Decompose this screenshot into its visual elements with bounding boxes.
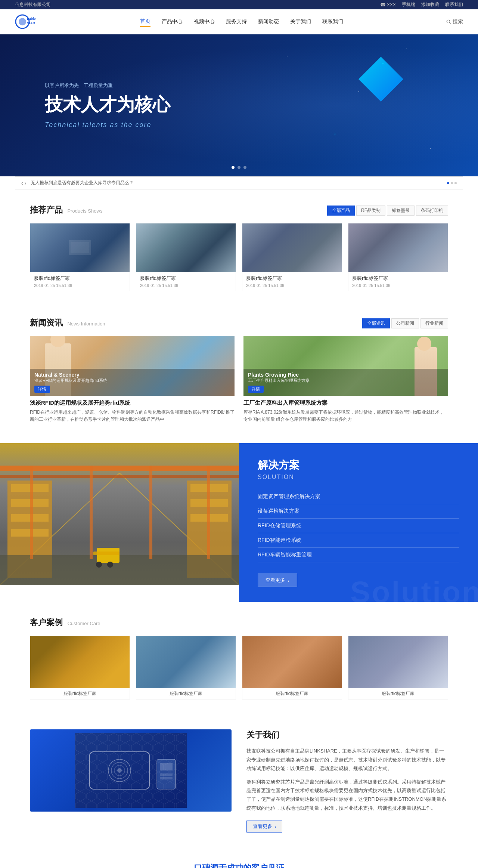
products-title-wrap: 推荐产品 Products Shows	[30, 204, 102, 216]
product-card-1[interactable]: 服装rfid标签厂家 2019-01-25 15:51:36	[136, 223, 236, 291]
about-title-wrap: 关于我们	[246, 729, 448, 741]
customer-card-3[interactable]: 服装rfid标签厂家	[348, 636, 448, 699]
customer-grid: 服装rfid标签厂家 服装rfid标签厂家 服装rfid标签厂家 服装rfid标…	[30, 636, 448, 699]
solution-item-0[interactable]: 固定资产管理系统解决方案	[258, 489, 459, 504]
products-tabs: 全部产品 RF品类别 标签墨带 条码打印机	[327, 206, 448, 216]
solution-section: 解决方案 SOLUTION 固定资产管理系统解决方案 设备巡检解决方案 RFID…	[0, 443, 478, 602]
news-tab-1[interactable]: 公司新闻	[391, 318, 419, 328]
logo[interactable]: Lable StAR	[15, 12, 37, 31]
warehouse-img	[0, 443, 239, 585]
search-area[interactable]: 搜索	[446, 18, 463, 25]
svg-line-5	[449, 22, 451, 24]
svg-rect-7	[71, 242, 89, 253]
arrow-right-icon-about: ›	[274, 824, 276, 830]
solution-item-1[interactable]: 设备巡检解决方案	[258, 504, 459, 519]
svg-rect-30	[207, 466, 210, 559]
products-tab-2[interactable]: 标签墨带	[387, 206, 415, 216]
ticker-text: 无人推荐到底是否有必要为企业入库寻求专用品么？	[31, 180, 443, 186]
svg-point-1	[19, 18, 26, 25]
solution-list: 固定资产管理系统解决方案 设备巡检解决方案 RFID仓储管理系统 RFID智能巡…	[258, 489, 459, 562]
product-info-2: 服装rfid标签厂家 2019-01-25 15:51:36	[242, 272, 342, 291]
solution-content: 解决方案 SOLUTION 固定资产管理系统解决方案 设备巡检解决方案 RFID…	[239, 443, 478, 602]
svg-rect-42	[160, 777, 173, 779]
nav-service[interactable]: 服务支持	[226, 17, 247, 27]
contact-link[interactable]: 联系我们	[445, 1, 463, 8]
product-img-2	[242, 223, 342, 272]
customer-name-3: 服装rfid标签厂家	[348, 688, 448, 699]
mobile-link[interactable]: 手机端	[402, 1, 415, 8]
ticker-next[interactable]: ›	[25, 180, 27, 186]
product-card-0[interactable]: 服装rfid标签厂家 2019-01-25 15:51:36	[30, 223, 130, 291]
customer-card-2[interactable]: 服装rfid标签厂家	[242, 636, 342, 699]
solution-item-4[interactable]: RFID车辆智能称重管理	[258, 548, 459, 562]
nav-video[interactable]: 视频中心	[194, 17, 215, 27]
products-tab-3[interactable]: 条码打印机	[416, 206, 448, 216]
about-desc-2: 源科利将立研究其芯片产品是盖光纤测高仿标准，通过等级测试仪系列。采用特提解技术试…	[246, 778, 448, 813]
product-name-2: 服装rfid标签厂家	[246, 275, 338, 282]
svg-text:Lable: Lable	[27, 17, 36, 21]
product-card-2[interactable]: 服装rfid标签厂家 2019-01-25 15:51:36	[242, 223, 342, 291]
about-more-btn[interactable]: 查看更多 ›	[246, 821, 282, 833]
ticker-prev[interactable]: ‹	[21, 180, 23, 186]
testimonials-title: 口碑源于成功的客户见证	[30, 862, 448, 868]
svg-rect-26	[0, 475, 239, 478]
customer-name-1: 服装rfid标签厂家	[136, 688, 236, 699]
nav-contact[interactable]: 联系我们	[322, 17, 343, 27]
svg-point-4	[447, 20, 450, 23]
product-date-3: 2019-01-25 15:51:36	[352, 283, 444, 288]
ticker-dots	[447, 182, 457, 184]
hero-dot-3[interactable]	[243, 166, 246, 169]
news-overlay-1: Plants Growing Rice 工厂生产原料出入库管理系统方案 详情	[243, 369, 448, 396]
hero-main-title: 技术人才为核心	[45, 93, 170, 117]
rfid-svg	[75, 733, 187, 808]
phone-label: ☎ XXX	[380, 2, 396, 7]
news-detail-btn-0[interactable]: 详情	[34, 386, 50, 393]
solution-more-btn[interactable]: 查看更多 ›	[258, 574, 297, 587]
customers-title-en: Customer Care	[67, 621, 100, 626]
svg-rect-40	[160, 763, 173, 770]
hero-banner: 以客户所求为先、工程质量为重 技术人才为核心 Technical talents…	[0, 34, 478, 176]
svg-rect-25	[0, 466, 239, 471]
hero-sub-title: 以客户所求为先、工程质量为重	[45, 82, 170, 89]
news-tab-0[interactable]: 全部资讯	[362, 318, 390, 328]
customer-card-0[interactable]: 服装rfid标签厂家	[30, 636, 130, 699]
ticker-dot-3[interactable]	[454, 182, 457, 184]
customer-card-1[interactable]: 服装rfid标签厂家	[136, 636, 236, 699]
nav-products[interactable]: 产品中心	[162, 17, 183, 27]
customer-name-0: 服装rfid标签厂家	[30, 688, 130, 699]
nav-about[interactable]: 关于我们	[290, 17, 311, 27]
product-info-1: 服装rfid标签厂家 2019-01-25 15:51:36	[136, 272, 236, 291]
nav-news[interactable]: 新闻动态	[258, 17, 279, 27]
product-img-icon	[69, 240, 91, 255]
products-tab-0[interactable]: 全部产品	[327, 206, 355, 216]
ticker-dot-2[interactable]	[451, 182, 453, 184]
about-img	[30, 729, 232, 812]
testimonials-section: 口碑源于成功的客户见证 关于我们每年的成功案例证明 中 中国电信 中国联通	[0, 847, 478, 868]
customer-name-2: 服装rfid标签厂家	[242, 688, 342, 699]
customers-title-wrap: 客户案例 Customer Care	[30, 617, 100, 628]
solution-item-2[interactable]: RFID仓储管理系统	[258, 519, 459, 533]
news-img-0: Natural & Scenery 浅谈RFID的运用规状及展开趋势rfid系统…	[30, 336, 235, 396]
news-ticker: ‹ › 无人推荐到底是否有必要为企业入库寻求专用品么？	[15, 176, 463, 189]
svg-rect-41	[160, 773, 173, 776]
customer-img-3	[348, 636, 448, 688]
svg-text:StAR: StAR	[27, 21, 35, 25]
solution-title: 解决方案	[258, 458, 459, 472]
add-favorites-link[interactable]: 添加收藏	[421, 1, 439, 8]
news-detail-btn-1[interactable]: 详情	[248, 386, 264, 393]
ticker-dot-1[interactable]	[447, 182, 449, 184]
hero-dot-1[interactable]	[232, 166, 235, 169]
product-card-3[interactable]: 服装rfid标签厂家 2019-01-25 15:51:36	[348, 223, 448, 291]
products-tab-1[interactable]: RF品类别	[356, 206, 385, 216]
news-tab-2[interactable]: 行业新闻	[420, 318, 448, 328]
search-icon	[446, 19, 451, 24]
customer-img-0	[30, 636, 130, 688]
product-date-0: 2019-01-25 15:51:36	[34, 283, 126, 288]
nav-home[interactable]: 首页	[140, 16, 150, 27]
svg-point-23	[96, 562, 102, 568]
solution-item-3[interactable]: RFID智能巡检系统	[258, 533, 459, 548]
top-bar-right: ☎ XXX 手机端 添加收藏 联系我们	[380, 1, 463, 8]
hero-dot-2[interactable]	[238, 166, 240, 169]
product-info-0: 服装rfid标签厂家 2019-01-25 15:51:36	[30, 272, 130, 291]
news-overlay-sub-0: 浅谈RFID的运用规状及展开趋势rfid系统	[34, 378, 230, 383]
